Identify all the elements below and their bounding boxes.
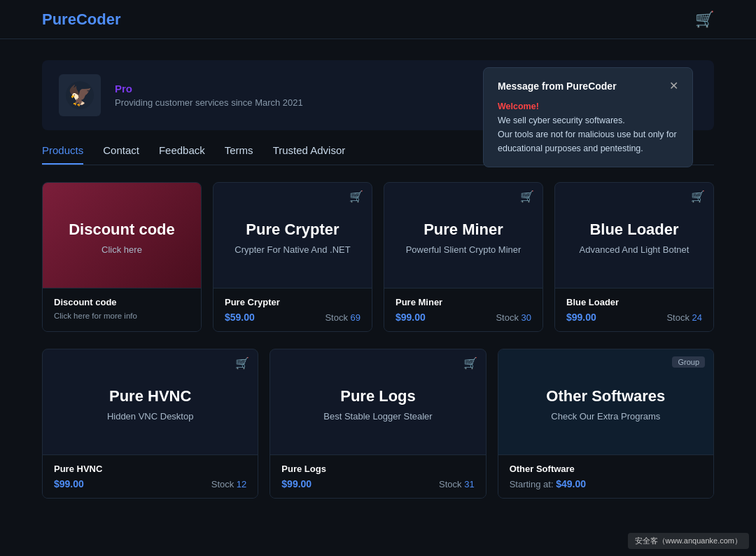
cart-icon: 🛒	[349, 190, 363, 203]
product-card-other-softwares[interactable]: Group Other Softwares Check Our Extra Pr…	[498, 349, 714, 499]
other-desc: Check Our Extra Programs	[551, 411, 660, 422]
miner-price: $99.00	[396, 312, 426, 323]
products-grid-row2: 🛒 Pure HVNC Hidden VNC Desktop Pure HVNC…	[42, 349, 714, 499]
message-popup-title: Message from PureCoder	[498, 81, 617, 92]
nav-item-products[interactable]: Products	[42, 144, 83, 165]
nav-item-contact[interactable]: Contact	[103, 144, 139, 165]
hvnc-price-row: $99.00 Stock 12	[54, 478, 246, 489]
crypter-desc: Crypter For Native And .NET	[234, 244, 350, 255]
products-grid-row1: Discount code Click here Discount code C…	[42, 182, 714, 332]
discount-desc: Click here	[102, 244, 142, 255]
hvnc-price: $99.00	[54, 478, 84, 489]
pure-crypter-bottom: Pure Crypter $59.00 Stock 69	[214, 288, 372, 331]
discount-label: Discount code	[54, 297, 190, 307]
crypter-price: $59.00	[225, 312, 255, 323]
blue-loader-bottom: Blue Loader $99.00 Stock 24	[555, 288, 713, 331]
profile-info: Pro Providing customer services since Ma…	[115, 83, 303, 108]
product-card-pure-miner[interactable]: 🛒 Pure Miner Powerful Slient Crypto Mine…	[384, 182, 543, 332]
logs-desc: Best Stable Logger Stealer	[323, 411, 432, 422]
discount-name: Discount code	[69, 221, 175, 239]
logs-price: $99.00	[281, 478, 312, 489]
other-price: $49.00	[556, 478, 586, 489]
nav-item-trusted-advisor[interactable]: Trusted Advisor	[273, 144, 346, 165]
pure-hvnc-top: 🛒 Pure HVNC Hidden VNC Desktop	[43, 349, 258, 454]
crypter-label: Pure Crypter	[225, 297, 360, 307]
message-popup: Message from PureCoder ✕ Welcome! We sel…	[483, 67, 693, 167]
other-label: Other Software	[510, 464, 702, 474]
message-popup-body: Welcome! We sell cyber security software…	[498, 99, 678, 155]
hvnc-desc: Hidden VNC Desktop	[107, 411, 194, 422]
logs-name: Pure Logs	[340, 387, 416, 405]
other-softwares-bottom: Other Software Starting at: $49.00	[498, 454, 713, 498]
svg-text:🦅: 🦅	[68, 84, 92, 107]
hvnc-name: Pure HVNC	[109, 387, 191, 405]
crypter-stock: Stock 69	[325, 312, 360, 323]
product-card-discount[interactable]: Discount code Click here Discount code C…	[42, 182, 202, 332]
product-card-blue-loader[interactable]: 🛒 Blue Loader Advanced And Light Botnet …	[554, 182, 714, 332]
cart-icon: 🛒	[520, 190, 534, 203]
blue-loader-label: Blue Loader	[566, 297, 702, 307]
cart-button[interactable]: 🛒	[695, 11, 714, 29]
nav-item-feedback[interactable]: Feedback	[159, 144, 205, 165]
miner-stock: Stock 30	[496, 312, 531, 323]
pure-logs-bottom: Pure Logs $99.00 Stock 31	[270, 454, 485, 498]
miner-label: Pure Miner	[396, 297, 531, 307]
avatar: 🦅	[59, 74, 101, 116]
message-popup-close[interactable]: ✕	[669, 79, 678, 92]
blue-loader-top: 🛒 Blue Loader Advanced And Light Botnet	[555, 183, 713, 288]
product-card-pure-hvnc[interactable]: 🛒 Pure HVNC Hidden VNC Desktop Pure HVNC…	[42, 349, 258, 499]
blue-loader-desc: Advanced And Light Botnet	[580, 244, 690, 255]
cart-icon: 🛒	[235, 356, 249, 370]
logs-stock: Stock 31	[439, 479, 475, 489]
discount-sub: Click here for more info	[54, 312, 190, 320]
message-popup-header: Message from PureCoder ✕	[498, 79, 678, 92]
group-badge: Group	[672, 356, 705, 368]
profile-section: 🦅 Pro Providing customer services since …	[42, 60, 714, 130]
pure-miner-bottom: Pure Miner $99.00 Stock 30	[384, 288, 542, 331]
profile-description: Providing customer services since March …	[115, 97, 303, 108]
message-line1: We sell cyber security softwares.	[498, 116, 625, 125]
logs-label: Pure Logs	[281, 464, 474, 474]
cart-icon: 🛒	[691, 190, 705, 203]
other-name: Other Softwares	[546, 387, 665, 405]
welcome-text: Welcome!	[498, 102, 539, 111]
product-card-discount-top: Discount code Click here	[43, 183, 201, 288]
hvnc-stock: Stock 12	[211, 479, 247, 489]
logs-price-row: $99.00 Stock 31	[281, 478, 474, 489]
miner-name: Pure Miner	[424, 221, 503, 239]
product-card-pure-logs[interactable]: 🛒 Pure Logs Best Stable Logger Stealer P…	[270, 349, 486, 499]
other-price-text: Starting at: $49.00	[510, 478, 586, 489]
pure-logs-top: 🛒 Pure Logs Best Stable Logger Stealer	[270, 349, 485, 454]
logo[interactable]: PureCoder	[42, 11, 120, 29]
crypter-name: Pure Crypter	[246, 221, 339, 239]
crypter-price-row: $59.00 Stock 69	[225, 312, 360, 323]
cart-icon: 🛒	[463, 356, 477, 370]
other-softwares-top: Group Other Softwares Check Our Extra Pr…	[498, 349, 713, 454]
header: PureCoder 🛒	[0, 0, 756, 39]
blue-loader-name: Blue Loader	[589, 221, 678, 239]
product-card-pure-crypter[interactable]: 🛒 Pure Crypter Crypter For Native And .N…	[213, 182, 372, 332]
blue-loader-stock: Stock 24	[666, 312, 702, 323]
miner-desc: Powerful Slient Crypto Miner	[406, 244, 522, 255]
watermark: 安全客（www.anquanke.com）	[628, 533, 749, 549]
miner-price-row: $99.00 Stock 30	[396, 312, 531, 323]
hvnc-label: Pure HVNC	[54, 464, 246, 474]
message-line2: Our tools are not for malicious use but …	[498, 130, 677, 139]
blue-loader-price: $99.00	[566, 312, 596, 323]
product-card-discount-bottom: Discount code Click here for more info	[43, 288, 201, 331]
eagle-icon: 🦅	[64, 80, 95, 111]
other-price-row: Starting at: $49.00	[510, 478, 702, 489]
nav-item-terms[interactable]: Terms	[225, 144, 253, 165]
blue-loader-price-row: $99.00 Stock 24	[566, 312, 702, 323]
pure-hvnc-bottom: Pure HVNC $99.00 Stock 12	[43, 454, 258, 498]
pure-crypter-top: 🛒 Pure Crypter Crypter For Native And .N…	[214, 183, 372, 288]
pure-miner-top: 🛒 Pure Miner Powerful Slient Crypto Mine…	[384, 183, 542, 288]
message-line3: educational purposes and pentesting.	[498, 144, 643, 153]
pro-badge: Pro	[115, 83, 303, 95]
